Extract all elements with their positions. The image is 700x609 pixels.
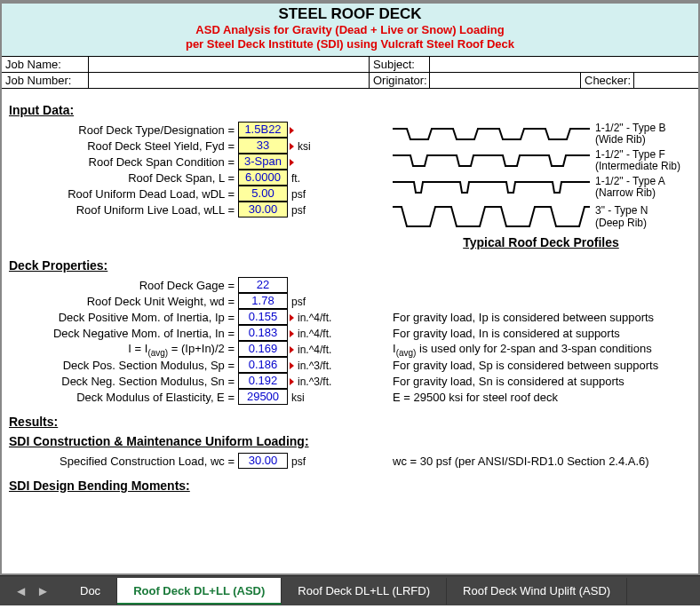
prop-wd: 1.78	[238, 293, 288, 309]
tab-next-icon[interactable]: ►	[35, 583, 52, 598]
page-title: STEEL ROOF DECK	[2, 5, 698, 23]
input-fyd[interactable]: 33	[238, 138, 288, 154]
tab-lrfd[interactable]: Roof Deck DL+LL (LRFD)	[282, 578, 447, 605]
subject-field[interactable]	[430, 57, 581, 72]
subject-label: Subject:	[370, 57, 430, 72]
profiles-col: 1-1/2" - Type B(Wide Rib) 1-1/2" - Type …	[391, 123, 691, 249]
section-sdi-bend: SDI Design Bending Moments:	[9, 478, 691, 493]
prop-sn: 0.192	[238, 373, 288, 389]
section-input-data: Input Data:	[9, 103, 691, 117]
profiles-title: Typical Roof Deck Profiles	[391, 235, 691, 249]
input-span-cond[interactable]: 3-Span	[238, 154, 288, 170]
subtitle-1: ASD Analysis for Gravity (Dead + Live or…	[2, 23, 698, 37]
tab-asd[interactable]: Roof Deck DL+LL (ASD)	[117, 578, 282, 605]
checker-field[interactable]	[634, 73, 698, 88]
subtitle-2: per Steel Deck Institute (SDI) using Vul…	[2, 37, 698, 51]
originator-field[interactable]	[430, 73, 581, 88]
profile-n-icon	[391, 203, 595, 232]
job-name-label: Job Name:	[2, 57, 89, 72]
header-block: STEEL ROOF DECK ASD Analysis for Gravity…	[2, 4, 698, 57]
job-row-1: Job Name: Subject:	[2, 57, 698, 73]
profile-b-icon	[391, 123, 595, 145]
checker-label: Checker:	[581, 73, 634, 88]
profile-f-icon	[391, 150, 595, 171]
inputs-col: Roof Deck Type/Designation =1.5B22 Roof …	[9, 123, 382, 249]
prop-sp: 0.186	[238, 357, 288, 373]
sheet-tabs: ◄ ► Doc Roof Deck DL+LL (ASD) Roof Deck …	[0, 575, 700, 605]
input-wll[interactable]: 30.00	[238, 202, 288, 218]
job-number-label: Job Number:	[2, 73, 89, 88]
job-name-field[interactable]	[89, 57, 370, 72]
dropdown-icon[interactable]	[290, 159, 294, 166]
prop-gage: 22	[238, 277, 288, 293]
input-wdl[interactable]: 5.00	[238, 186, 288, 202]
input-deck-type[interactable]: 1.5B22	[238, 122, 288, 138]
input-span-l[interactable]: 6.0000	[238, 170, 288, 186]
section-deck-props: Deck Properties:	[9, 258, 691, 273]
prop-iavg: 0.169	[238, 341, 288, 357]
tab-prev-icon[interactable]: ◄	[12, 583, 29, 598]
constr-load: 30.00	[238, 453, 288, 469]
originator-label: Originator:	[370, 73, 430, 88]
prop-in: 0.183	[238, 325, 288, 341]
tab-doc[interactable]: Doc	[64, 578, 117, 605]
prop-ip: 0.155	[238, 309, 288, 325]
section-sdi-constr: SDI Construction & Maintenance Uniform L…	[9, 434, 691, 448]
section-results: Results:	[9, 415, 691, 429]
tab-wind[interactable]: Roof Deck Wind Uplift (ASD)	[447, 578, 627, 605]
job-number-field[interactable]	[89, 73, 370, 88]
dropdown-icon[interactable]	[290, 127, 294, 134]
profile-a-icon	[391, 177, 595, 198]
job-row-2: Job Number: Originator: Checker:	[2, 73, 698, 89]
prop-e: 29500	[238, 389, 288, 405]
